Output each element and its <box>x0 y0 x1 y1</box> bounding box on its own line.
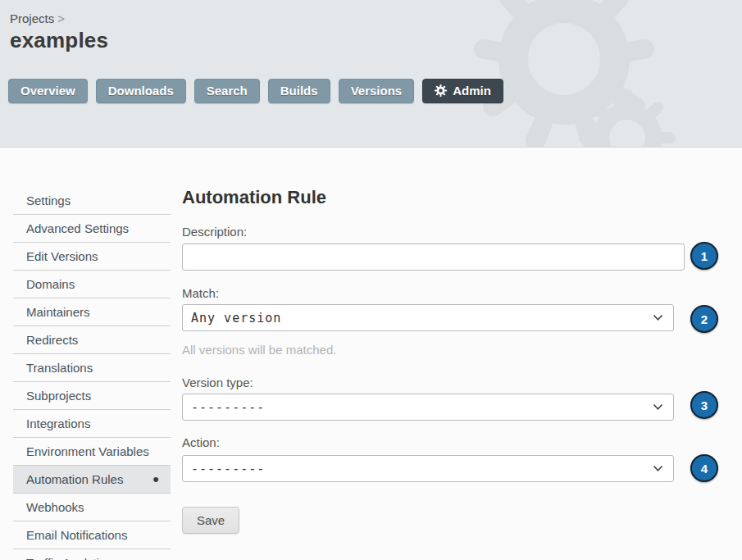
sidebar-item-edit-versions[interactable]: Edit Versions <box>13 243 171 271</box>
chevron-down-icon <box>653 314 663 321</box>
step-badge-1: 1 <box>690 242 718 270</box>
step-badge-3: 3 <box>690 391 718 419</box>
action-label: Action: <box>182 435 220 449</box>
action-select[interactable]: --------- <box>182 455 674 482</box>
sidebar-item-redirects[interactable]: Redirects <box>13 326 171 354</box>
admin-sidebar: Settings Advanced Settings Edit Versions… <box>13 187 171 560</box>
project-header: Projects> examples Overview Downloads Se… <box>0 0 742 148</box>
match-help-text: All versions will be matched. <box>182 343 336 357</box>
sidebar-item-translations[interactable]: Translations <box>13 354 171 382</box>
nav-admin-button[interactable]: Admin <box>422 79 503 103</box>
match-select[interactable]: Any version <box>182 304 674 331</box>
admin-button-label: Admin <box>453 84 491 98</box>
sidebar-item-domains[interactable]: Domains <box>13 271 171 298</box>
sidebar-item-subprojects[interactable]: Subprojects <box>13 382 171 410</box>
breadcrumb: Projects> <box>10 11 65 25</box>
sidebar-item-automation-rules[interactable]: Automation Rules • <box>13 466 171 494</box>
chevron-down-icon <box>653 465 663 472</box>
version-type-select[interactable]: --------- <box>182 394 674 421</box>
sidebar-item-label: Automation Rules <box>26 472 123 486</box>
project-nav: Overview Downloads Search Builds Version… <box>8 79 503 103</box>
nav-downloads-button[interactable]: Downloads <box>96 79 186 103</box>
nav-builds-button[interactable]: Builds <box>268 79 330 103</box>
nav-search-button[interactable]: Search <box>194 79 260 103</box>
gear-icon <box>435 84 447 97</box>
form-title: Automation Rule <box>182 187 326 208</box>
step-badge-4: 4 <box>690 454 718 482</box>
nav-overview-button[interactable]: Overview <box>8 79 88 103</box>
description-label: Description: <box>182 225 247 239</box>
breadcrumb-separator: > <box>57 11 65 25</box>
sidebar-item-advanced-settings[interactable]: Advanced Settings <box>13 215 171 243</box>
breadcrumb-projects-link[interactable]: Projects <box>10 11 54 25</box>
nav-versions-button[interactable]: Versions <box>339 79 415 103</box>
sidebar-item-traffic-analytics[interactable]: Traffic Analytics <box>13 549 171 560</box>
chevron-down-icon <box>653 403 663 411</box>
match-select-value: Any version <box>191 311 281 326</box>
description-input[interactable] <box>182 244 685 271</box>
action-select-value: --------- <box>191 462 265 476</box>
match-label: Match: <box>182 286 219 300</box>
version-type-label: Version type: <box>182 376 253 389</box>
sidebar-item-email-notifications[interactable]: Email Notifications <box>13 521 171 549</box>
gears-decoration <box>447 0 742 148</box>
sidebar-item-settings[interactable]: Settings <box>13 187 171 215</box>
version-type-select-value: --------- <box>191 400 265 415</box>
sidebar-item-maintainers[interactable]: Maintainers <box>13 298 171 326</box>
step-badge-2: 2 <box>690 305 718 333</box>
save-button[interactable]: Save <box>182 507 239 534</box>
sidebar-item-environment-variables[interactable]: Environment Variables <box>13 438 171 466</box>
project-title: examples <box>10 28 108 53</box>
sidebar-item-integrations[interactable]: Integrations <box>13 410 171 438</box>
sidebar-item-webhooks[interactable]: Webhooks <box>13 494 171 521</box>
